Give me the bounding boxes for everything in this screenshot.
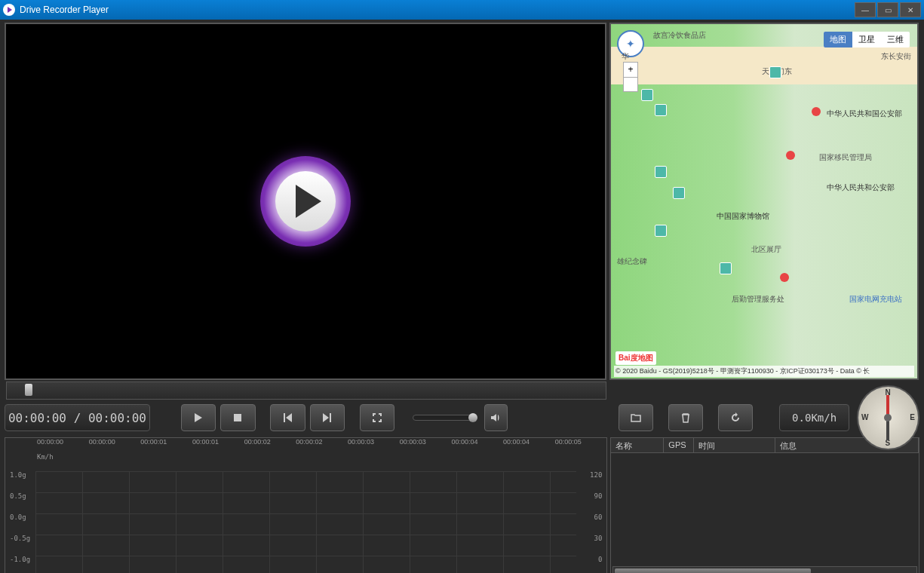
map-zoom-control[interactable] [623,62,638,92]
refresh-button[interactable] [718,404,753,431]
minimize-button[interactable]: — [855,2,876,17]
map-poi-icon [720,262,732,274]
play-button[interactable] [181,404,216,431]
map-label: 故宫冷饮食品店 [653,30,706,41]
map-label: 国家移民管理局 [819,152,872,163]
map-label: 中华人民共和公安部 [827,182,895,193]
stop-button[interactable] [220,404,255,431]
speed-display: 0.0Km/h [779,404,849,431]
map-label: 东长安街 [881,51,911,62]
map-copyright: © 2020 Baidu - GS(2019)5218号 - 甲测资字11009… [614,366,914,377]
next-button[interactable] [310,404,345,431]
gsensor-chart: 00:00:0000:00:0000:00:0100:00:0100:00:02… [5,437,607,573]
map-type-tabs: 地图 卫星 三维 [824,32,910,47]
titlebar: Drive Recorder Player — ▭ ✕ [0,0,924,20]
seek-thumb[interactable] [25,384,32,396]
volume-button[interactable] [484,404,508,431]
col-name[interactable]: 名称 [611,438,664,452]
fullscreen-button[interactable] [360,404,394,431]
map-poi-icon [655,166,667,178]
col-gps[interactable]: GPS [664,438,694,452]
map-poi-icon [655,225,667,237]
maximize-button[interactable]: ▭ [877,2,898,17]
chart-right-unit: Km/h [5,453,606,468]
map-poi-icon [769,66,781,78]
file-list: 名称 GPS 时间 信息 [610,437,919,573]
video-viewport [5,23,606,380]
compass: N E S W [857,385,919,450]
seek-slider[interactable] [6,381,606,400]
map-poi-icon [673,187,685,199]
map-label: 雄纪念碑 [617,256,647,267]
map-label: 华 [622,51,629,62]
map-label: 国家电网充电站 [849,294,902,305]
baidu-logo: Bai度地图 [615,351,656,365]
volume-slider[interactable] [413,415,477,421]
map-marker-icon [812,107,821,116]
map-label: 后勤管理服务处 [732,294,784,305]
map-poi-icon [655,104,667,116]
close-button[interactable]: ✕ [900,2,921,17]
map-label: 中国国家博物馆 [717,211,769,222]
app-icon [3,4,15,16]
map-label: 北区展厅 [751,244,781,255]
map-label: 中华人民共和国公安部 [827,109,902,119]
delete-button[interactable] [668,404,703,431]
list-hscrollbar[interactable] [612,566,917,573]
app-title: Drive Recorder Player [20,5,109,15]
map-poi-icon [641,89,653,101]
map-tab-map[interactable]: 地图 [824,32,852,47]
map-marker-icon [780,273,789,282]
prev-button[interactable] [270,404,305,431]
map-tab-3d[interactable]: 三维 [881,32,910,47]
map-tab-satellite[interactable]: 卫星 [852,32,881,47]
svg-rect-0 [234,414,241,421]
map-marker-icon [786,151,795,160]
map-viewport[interactable]: 地图 卫星 三维 故宫冷饮食品店 华 东长安街 天安门东 中华人民共和国公安部 … [609,23,919,380]
play-overlay-button[interactable] [260,156,351,247]
file-list-body[interactable] [611,453,919,565]
time-display: 00:00:00 / 00:00:00 [5,404,150,431]
open-file-button[interactable] [619,404,653,431]
col-time[interactable]: 时间 [694,438,775,452]
